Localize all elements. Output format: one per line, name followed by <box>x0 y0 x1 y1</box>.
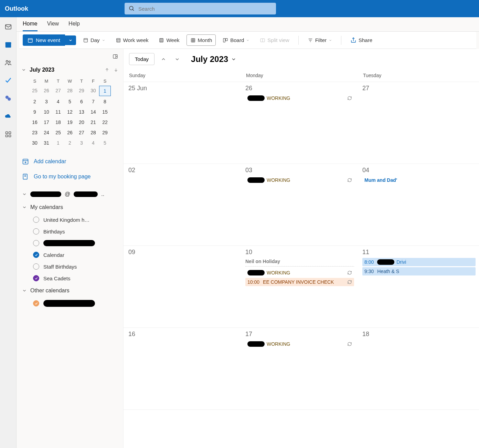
mini-day[interactable]: 29 <box>99 128 111 137</box>
mini-day[interactable]: 26 <box>64 128 76 137</box>
mini-day[interactable]: 27 <box>52 86 64 96</box>
mini-day[interactable]: 15 <box>99 107 111 117</box>
calendar-event[interactable]: 8:00Drivi <box>362 258 476 266</box>
mini-day[interactable]: 8 <box>99 97 111 106</box>
apps-icon[interactable] <box>4 130 12 138</box>
app1-icon[interactable] <box>4 94 12 103</box>
mini-day[interactable]: 9 <box>29 107 41 117</box>
mini-day[interactable]: 5 <box>99 138 111 148</box>
mini-day[interactable]: 19 <box>64 117 76 127</box>
filter-button[interactable]: Filter <box>304 35 336 45</box>
tab-home[interactable]: Home <box>23 21 38 31</box>
mini-day[interactable]: 7 <box>87 97 99 106</box>
account-section[interactable]: @ .. <box>21 188 118 201</box>
calendar-icon[interactable] <box>4 41 12 49</box>
mini-day[interactable]: 1 <box>99 86 111 96</box>
mini-day[interactable]: 22 <box>99 117 111 127</box>
other-calendars-section[interactable]: Other calendars <box>21 284 118 297</box>
calendar-cell[interactable]: 17WORKING <box>241 328 358 409</box>
todo-icon[interactable] <box>4 76 12 85</box>
mini-day[interactable]: 3 <box>76 138 87 148</box>
mini-day[interactable]: 1 <box>52 138 64 148</box>
calendar-item-birthdays[interactable]: Birthdays <box>21 226 118 237</box>
calendar-cell[interactable]: 25 Jun <box>124 82 241 164</box>
calendar-cell[interactable]: 27 <box>358 82 479 164</box>
calendar-event[interactable]: 10:00EE COMPANY INVOICE CHECK <box>245 278 354 286</box>
calendar-cell[interactable]: 16 <box>124 328 241 409</box>
work-week-button[interactable]: Work week <box>112 35 152 45</box>
mini-day[interactable]: 18 <box>52 117 64 127</box>
calendar-check[interactable] <box>33 240 39 246</box>
calendar-item-calendar[interactable]: Calendar <box>21 249 118 261</box>
calendar-item-staff-birthdays[interactable]: Staff Birthdays <box>21 261 118 272</box>
calendar-event[interactable]: WORKING <box>245 94 354 102</box>
mini-day[interactable]: 12 <box>64 107 76 117</box>
calendar-cell[interactable]: 09 <box>124 246 241 327</box>
mini-day[interactable]: 31 <box>41 138 52 148</box>
booking-page-link[interactable]: Go to my booking page <box>21 169 118 184</box>
mini-prev-icon[interactable] <box>105 67 109 72</box>
tab-view[interactable]: View <box>47 21 59 31</box>
calendar-check[interactable] <box>33 217 39 223</box>
panel-toggle-icon[interactable] <box>112 54 118 59</box>
mini-day[interactable]: 20 <box>76 117 87 127</box>
mini-day[interactable]: 4 <box>52 97 64 106</box>
mini-day[interactable]: 23 <box>29 128 41 137</box>
mini-day[interactable]: 30 <box>87 86 99 96</box>
split-view-button[interactable]: Split view <box>256 35 292 45</box>
mini-day[interactable]: 28 <box>87 128 99 137</box>
mini-day[interactable]: 5 <box>64 97 76 106</box>
calendar-cell[interactable]: 26WORKING <box>241 82 358 164</box>
mini-day[interactable]: 28 <box>64 86 76 96</box>
mini-collapse-icon[interactable] <box>21 67 26 72</box>
calendar-check[interactable] <box>33 228 39 235</box>
mini-next-icon[interactable] <box>114 67 118 72</box>
my-calendars-section[interactable]: My calendars <box>21 201 118 214</box>
calendar-check-on[interactable] <box>33 275 39 281</box>
search-input[interactable] <box>138 6 272 12</box>
mini-day[interactable]: 3 <box>41 97 52 106</box>
mail-icon[interactable] <box>4 23 12 31</box>
mini-day[interactable]: 11 <box>52 107 64 117</box>
mini-day[interactable]: 10 <box>41 107 52 117</box>
mini-day[interactable]: 27 <box>76 128 87 137</box>
today-button[interactable]: Today <box>129 53 155 65</box>
calendar-cell[interactable]: 118:00Drivi9:30Heath & S <box>358 246 479 327</box>
calendar-check[interactable] <box>33 263 39 270</box>
calendar-cell[interactable]: 03WORKING <box>241 164 358 246</box>
new-event-button[interactable]: New event <box>23 34 65 46</box>
next-month-icon[interactable] <box>172 54 182 64</box>
mini-day[interactable]: 6 <box>76 97 87 106</box>
mini-day[interactable]: 4 <box>87 138 99 148</box>
mini-day[interactable]: 29 <box>76 86 87 96</box>
mini-day[interactable]: 13 <box>76 107 87 117</box>
onedrive-icon[interactable] <box>4 112 12 121</box>
add-calendar-link[interactable]: Add calendar <box>21 154 118 169</box>
calendar-item-sea-cadets[interactable]: Sea Cadets <box>21 272 118 284</box>
mini-day[interactable]: 25 <box>52 128 64 137</box>
calendar-event[interactable]: WORKING <box>245 176 354 184</box>
calendar-event[interactable]: WORKING <box>245 269 354 277</box>
month-button[interactable]: Month <box>187 34 216 46</box>
calendar-cell[interactable]: 04Mum and Dad' <box>358 164 479 246</box>
calendar-event[interactable]: 9:30Heath & S <box>362 267 476 275</box>
calendar-title[interactable]: July 2023 <box>191 54 236 64</box>
calendar-check-on[interactable] <box>33 252 39 258</box>
calendar-item-other-redacted[interactable] <box>21 297 118 310</box>
mini-day[interactable]: 26 <box>41 86 52 96</box>
calendar-check-on[interactable] <box>33 300 39 306</box>
calendar-cell[interactable]: 02 <box>124 164 241 246</box>
calendar-cell[interactable]: 10Neil on Holiday WORKING10:00EE COMPANY… <box>241 246 358 327</box>
calendar-event[interactable]: Mum and Dad' <box>362 176 476 184</box>
mini-day[interactable]: 25 <box>29 86 41 96</box>
week-button[interactable]: Week <box>155 35 183 45</box>
prev-month-icon[interactable] <box>159 54 168 64</box>
mini-day[interactable]: 30 <box>29 138 41 148</box>
mini-day[interactable]: 2 <box>29 97 41 106</box>
mini-day[interactable]: 24 <box>41 128 52 137</box>
calendar-item-redacted[interactable] <box>21 237 118 249</box>
new-event-dropdown[interactable] <box>65 35 76 45</box>
calendar-event[interactable]: WORKING <box>245 340 354 348</box>
search-box[interactable] <box>125 3 276 14</box>
share-button[interactable]: Share <box>347 35 376 46</box>
